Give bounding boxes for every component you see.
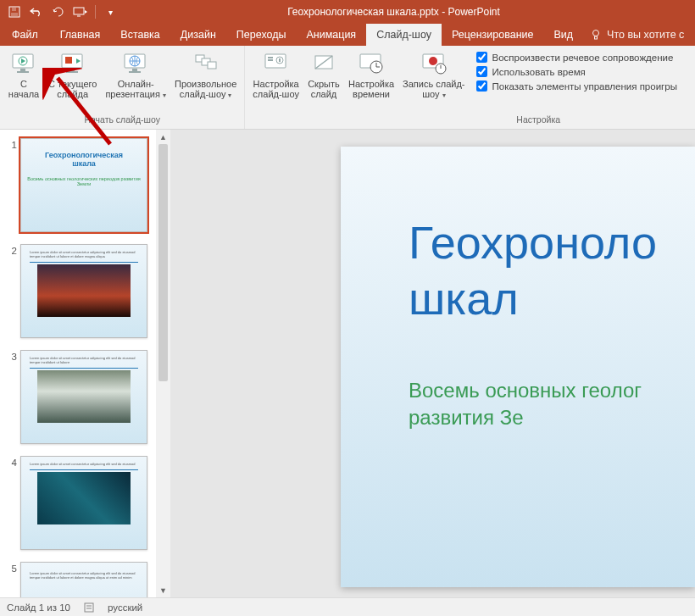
svg-rect-3 bbox=[74, 8, 84, 14]
hide-slide-button[interactable]: Скрытьслайд bbox=[303, 48, 344, 101]
custom-slideshow-button[interactable]: Произвольноеслайд-шоу ▾ bbox=[170, 48, 241, 103]
svg-rect-1 bbox=[11, 13, 18, 16]
spellcheck-icon[interactable] bbox=[82, 601, 96, 614]
svg-rect-16 bbox=[132, 69, 137, 71]
svg-rect-6 bbox=[595, 36, 598, 39]
thumb-number: 5 bbox=[5, 562, 17, 597]
from-current-button[interactable]: С текущегослайда bbox=[44, 48, 101, 101]
work-area: 1 Геохронологическая шкала Восемь основн… bbox=[0, 130, 695, 597]
present-online-button[interactable]: Онлайн-презентация ▾ bbox=[101, 48, 170, 103]
check-narrations[interactable]: Воспроизвести речевое сопровождение bbox=[476, 52, 677, 63]
check-timings-box[interactable] bbox=[476, 66, 487, 77]
svg-rect-24 bbox=[268, 59, 273, 61]
customize-qat-icon[interactable]: ▾ bbox=[103, 4, 118, 19]
svg-rect-26 bbox=[279, 58, 281, 62]
from-current-icon bbox=[59, 50, 86, 77]
svg-rect-23 bbox=[268, 57, 273, 58]
window-title: Геохронологическая шкала.pptx - PowerPoi… bbox=[118, 6, 695, 18]
thumb-number: 1 bbox=[5, 138, 17, 232]
thumb-number: 2 bbox=[5, 244, 17, 338]
svg-rect-14 bbox=[65, 57, 72, 64]
check-narrations-box[interactable] bbox=[476, 52, 487, 63]
scroll-down-icon[interactable]: ▼ bbox=[156, 583, 170, 597]
tab-view[interactable]: Вид bbox=[543, 24, 583, 46]
lightbulb-icon bbox=[590, 29, 602, 41]
slide-subtitle[interactable]: Восемь основных геологразвития Зе bbox=[409, 377, 695, 431]
svg-rect-4 bbox=[77, 15, 81, 17]
svg-rect-17 bbox=[129, 71, 141, 73]
hide-slide-icon bbox=[310, 50, 337, 77]
group-label-setup: Настройка bbox=[245, 114, 695, 129]
group-label-start: Начать слайд-шоу bbox=[0, 114, 244, 129]
tab-file[interactable]: Файл bbox=[0, 24, 50, 46]
svg-rect-12 bbox=[70, 69, 75, 71]
thumbnail-1[interactable]: 1 Геохронологическая шкала Восемь основн… bbox=[5, 138, 165, 232]
setup-slideshow-icon bbox=[263, 50, 290, 77]
custom-slideshow-icon bbox=[192, 50, 220, 77]
slide-editor[interactable]: Геохронолошкал Восемь основных геолограз… bbox=[171, 130, 695, 597]
slide-canvas[interactable]: Геохронолошкал Восемь основных геолограз… bbox=[341, 147, 695, 587]
scroll-up-icon[interactable]: ▲ bbox=[156, 130, 170, 144]
tab-slideshow[interactable]: Слайд-шоу bbox=[366, 24, 442, 46]
from-beginning-icon bbox=[10, 50, 37, 77]
status-language[interactable]: русский bbox=[108, 602, 142, 613]
undo-icon[interactable] bbox=[29, 4, 44, 19]
slide-title[interactable]: Геохронолошкал bbox=[409, 214, 695, 326]
thumb-number: 4 bbox=[5, 456, 17, 550]
thumbnail-5[interactable]: 5 Lorem ipsum dolor sit amet consectetur… bbox=[5, 562, 165, 597]
thumbnail-scrollbar[interactable]: ▲ ▼ bbox=[156, 130, 170, 597]
setup-slideshow-button[interactable]: Настройкаслайд-шоу bbox=[248, 48, 303, 101]
thumbnail-pane[interactable]: 1 Геохронологическая шкала Восемь основн… bbox=[0, 130, 171, 597]
check-timings[interactable]: Использовать время bbox=[476, 66, 677, 77]
thumbnail-2[interactable]: 2 Lorem ipsum dolor sit amet consectetur… bbox=[5, 244, 165, 338]
group-start-slideshow: Сначала С текущегослайда Онлайн-презента… bbox=[0, 46, 245, 129]
tell-me[interactable]: Что вы хотите с bbox=[583, 24, 691, 46]
qat-separator bbox=[95, 5, 96, 19]
svg-rect-9 bbox=[17, 71, 29, 73]
thumbnail-3[interactable]: 3 Lorem ipsum dolor sit amet consectetur… bbox=[5, 350, 165, 444]
scroll-handle[interactable] bbox=[158, 144, 168, 381]
svg-point-34 bbox=[429, 57, 437, 65]
record-slideshow-icon bbox=[420, 50, 448, 77]
thumb-number: 3 bbox=[5, 350, 17, 444]
svg-rect-13 bbox=[66, 71, 78, 73]
tab-design[interactable]: Дизайн bbox=[170, 24, 226, 46]
save-icon[interactable] bbox=[7, 4, 22, 19]
ribbon: Сначала С текущегослайда Онлайн-презента… bbox=[0, 46, 695, 130]
tab-review[interactable]: Рецензирование bbox=[442, 24, 544, 46]
from-beginning-button[interactable]: Сначала bbox=[3, 48, 44, 101]
record-slideshow-button[interactable]: Запись слайд-шоу ▾ bbox=[398, 48, 469, 103]
svg-rect-8 bbox=[20, 69, 25, 71]
status-slide-position[interactable]: Слайд 1 из 10 bbox=[7, 602, 70, 613]
redo-icon[interactable] bbox=[51, 4, 66, 19]
status-bar: Слайд 1 из 10 русский bbox=[0, 597, 695, 616]
tab-animations[interactable]: Анимация bbox=[296, 24, 366, 46]
svg-rect-2 bbox=[12, 8, 16, 11]
svg-rect-21 bbox=[208, 62, 216, 69]
present-online-icon bbox=[122, 50, 149, 77]
title-bar: ▾ Геохронологическая шкала.pptx - PowerP… bbox=[0, 0, 695, 24]
ribbon-tabs: Файл Главная Вставка Дизайн Переходы Ани… bbox=[0, 24, 695, 46]
svg-point-5 bbox=[593, 31, 599, 36]
check-media-controls[interactable]: Показать элементы управления проигры bbox=[476, 80, 677, 92]
check-media-controls-box[interactable] bbox=[476, 80, 487, 92]
thumbnail-4[interactable]: 4 Lorem ipsum dolor sit amet consectetur… bbox=[5, 456, 165, 550]
svg-rect-37 bbox=[85, 603, 93, 612]
start-from-beginning-icon[interactable] bbox=[73, 4, 88, 19]
setup-checks: Воспроизвести речевое сопровождение Испо… bbox=[470, 48, 682, 92]
quick-access-toolbar: ▾ bbox=[0, 4, 118, 19]
tell-me-label: Что вы хотите с bbox=[607, 29, 684, 41]
rehearse-timings-icon bbox=[358, 50, 385, 77]
tab-home[interactable]: Главная bbox=[50, 24, 111, 46]
tab-insert[interactable]: Вставка bbox=[110, 24, 170, 46]
rehearse-timings-button[interactable]: Настройкавремени bbox=[344, 48, 398, 101]
tab-transitions[interactable]: Переходы bbox=[226, 24, 297, 46]
group-setup: Настройкаслайд-шоу Скрытьслайд Настройка… bbox=[245, 46, 695, 129]
